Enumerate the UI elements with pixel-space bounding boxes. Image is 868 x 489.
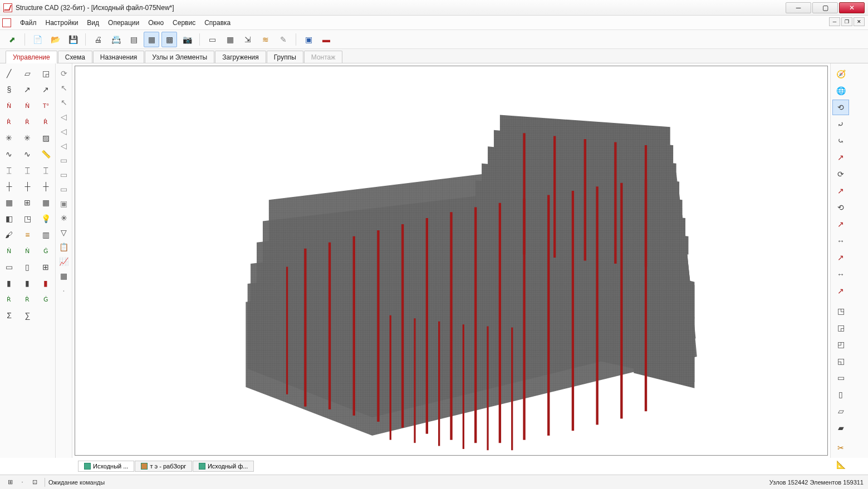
mdi-close-button[interactable]: ✕ xyxy=(854,17,865,26)
ltool-star2-icon[interactable]: ✳ xyxy=(19,130,35,146)
aux-clip-icon[interactable]: 📋 xyxy=(58,241,70,253)
aux-rect-icon[interactable]: ▭ xyxy=(58,155,70,166)
ltool-axis-r-icon[interactable]: Ṙ xyxy=(1,114,17,130)
aux-pointer-icon[interactable]: ↖ xyxy=(58,97,70,108)
close-button[interactable]: ✕ xyxy=(839,2,865,13)
ltool-grid2-icon[interactable]: ⊞ xyxy=(19,195,35,210)
aux-color-icon[interactable]: ▦ xyxy=(58,270,70,281)
tab-control[interactable]: Управление xyxy=(6,51,57,63)
model-canvas[interactable] xyxy=(75,66,828,456)
rtool-rotz-icon[interactable]: ⟳ xyxy=(832,166,849,182)
ltool-spring-icon[interactable]: § xyxy=(1,82,17,97)
rtool-persp-icon[interactable]: ▰ xyxy=(832,420,849,436)
ltool-stack-icon[interactable]: ≡ xyxy=(19,227,35,243)
ltool-sigma-icon[interactable]: Σ xyxy=(1,308,17,323)
rtool-orbit-icon[interactable]: 🧭 xyxy=(832,66,849,82)
aux-tri-icon[interactable]: ◁ xyxy=(58,111,70,122)
ltool-temp-icon[interactable]: T° xyxy=(38,98,53,113)
tab-scheme[interactable]: Схема xyxy=(58,51,92,63)
rtool-dim-icon[interactable]: ↔ xyxy=(832,233,849,249)
ltool-node-n2-icon[interactable]: Ṅ xyxy=(19,98,35,113)
tab-assembly[interactable]: Монтаж xyxy=(304,51,343,63)
toolbar-image-icon[interactable]: ▣ xyxy=(301,32,316,47)
ltool-select2-icon[interactable]: ▯ xyxy=(19,259,35,275)
ltool-curve2-icon[interactable]: ∿ xyxy=(19,146,35,162)
status-btn3-icon[interactable]: ⊡ xyxy=(29,477,40,487)
toolbar-grid-icon[interactable]: ▦ xyxy=(144,32,159,47)
aux-point-icon[interactable]: · xyxy=(58,285,70,296)
toolbar-paste-icon[interactable]: ✎ xyxy=(276,32,291,47)
aux-cursor-icon[interactable]: ↖ xyxy=(58,82,70,93)
mdi-restore-button[interactable]: ❐ xyxy=(841,17,852,26)
doc-tab-1[interactable]: т э - рабЗорг xyxy=(135,461,192,472)
menu-operations[interactable]: Операции xyxy=(104,17,144,28)
ltool-ruler-icon[interactable]: 📏 xyxy=(38,146,53,162)
ltool-node-g-icon[interactable]: Ṅ xyxy=(1,243,17,259)
ltool-brush-icon[interactable]: 🖌 xyxy=(1,227,17,243)
ltool-cross3-icon[interactable]: ┼ xyxy=(38,179,53,194)
ltool-axis-g2-icon[interactable]: Ṙ xyxy=(19,292,35,307)
rtool-rotz2-icon[interactable]: ⟲ xyxy=(832,200,849,215)
rtool-iso3-icon[interactable]: ◰ xyxy=(832,337,849,352)
status-btn2-icon[interactable]: · xyxy=(17,477,28,487)
ltool-cube-icon[interactable]: ◲ xyxy=(38,66,53,81)
toolbar-new-icon[interactable]: 📄 xyxy=(30,32,45,47)
menu-service[interactable]: Сервис xyxy=(168,17,200,28)
ltool-section2-icon[interactable]: ⌶ xyxy=(19,162,35,178)
ltool-grid3-icon[interactable]: ▦ xyxy=(38,195,53,210)
rtool-arrow3-icon[interactable]: ↗ xyxy=(832,216,849,232)
rtool-dim2-icon[interactable]: ↔ xyxy=(832,266,849,282)
toolbar-mesh-icon[interactable]: ▩ xyxy=(161,32,177,47)
ltool-bars-icon[interactable]: ▥ xyxy=(38,227,53,243)
rtool-roty-icon[interactable]: ⤿ xyxy=(832,133,849,149)
ltool-select-icon[interactable]: ▭ xyxy=(1,259,17,275)
ltool-axis-r3-icon[interactable]: Ṙ xyxy=(38,114,53,130)
ltool-cross-icon[interactable]: ┼ xyxy=(1,179,17,194)
rtool-arrow2-icon[interactable]: ↗ xyxy=(832,183,849,199)
menu-file[interactable]: Файл xyxy=(16,17,41,28)
menu-settings[interactable]: Настройки xyxy=(41,17,83,28)
rtool-arrow5-icon[interactable]: ↗ xyxy=(832,283,849,299)
aux-tri2-icon[interactable]: ◁ xyxy=(58,126,70,137)
ltool-star-icon[interactable]: ✳ xyxy=(1,130,17,146)
ltool-node-g3-icon[interactable]: Ǵ xyxy=(38,243,53,259)
ltool-curve-icon[interactable]: ∿ xyxy=(1,146,17,162)
ltool-axis-r2-icon[interactable]: Ṙ xyxy=(19,114,35,130)
toolbar-printsetup-icon[interactable]: 📇 xyxy=(108,32,124,47)
toolbar-export-icon[interactable]: ⇲ xyxy=(240,32,256,47)
ltool-node-n-icon[interactable]: Ṅ xyxy=(1,98,17,113)
rtool-globe-icon[interactable]: 🌐 xyxy=(832,83,849,98)
toolbar-delete-icon[interactable]: ▬ xyxy=(318,32,334,47)
ltool-bulb-icon[interactable]: 💡 xyxy=(38,211,53,226)
toolbar-save-icon[interactable]: 💾 xyxy=(65,32,81,47)
ltool-colorbar-icon[interactable]: ▮ xyxy=(1,275,17,291)
menu-view[interactable]: Вид xyxy=(82,17,104,28)
toolbar-camera-icon[interactable]: 📷 xyxy=(179,32,195,47)
rtool-side-icon[interactable]: ▯ xyxy=(832,387,849,402)
menu-window[interactable]: Окно xyxy=(144,17,168,28)
tab-loads[interactable]: Загружения xyxy=(215,51,266,63)
aux-tri3-icon[interactable]: ◁ xyxy=(58,140,70,151)
rtool-cut-icon[interactable]: ✂ xyxy=(832,440,849,456)
ltool-grid4-icon[interactable]: ⊞ xyxy=(38,259,53,275)
rtool-arrow-icon[interactable]: ↗ xyxy=(832,150,849,165)
ltool-plate-icon[interactable]: ▱ xyxy=(19,66,35,81)
toolbar-openfile-icon[interactable]: 📂 xyxy=(47,32,63,47)
ltool-section-icon[interactable]: ⌶ xyxy=(1,162,17,178)
toolbar-layers-icon[interactable]: ▤ xyxy=(126,32,141,47)
tab-assignments[interactable]: Назначения xyxy=(93,51,145,63)
ltool-arrow2-icon[interactable]: ↗ xyxy=(38,82,53,97)
rtool-axis-icon[interactable]: ⟲ xyxy=(832,100,849,115)
tab-nodes-elements[interactable]: Узлы и Элементы xyxy=(145,51,214,63)
rtool-front-icon[interactable]: ▭ xyxy=(832,370,849,386)
aux-refresh-icon[interactable]: ⟳ xyxy=(58,68,70,79)
ltool-cross2-icon[interactable]: ┼ xyxy=(19,179,35,194)
ltool-palette-icon[interactable]: ▮ xyxy=(19,275,35,291)
ltool-section3-icon[interactable]: ⌶ xyxy=(38,162,53,178)
aux-graph-icon[interactable]: 📈 xyxy=(58,256,70,267)
rtool-ruler-icon[interactable]: 📐 xyxy=(832,457,849,472)
aux-rect2-icon[interactable]: ▭ xyxy=(58,169,70,180)
ltool-arrow-icon[interactable]: ↗ xyxy=(19,82,35,97)
ltool-grid-icon[interactable]: ▦ xyxy=(1,195,17,210)
tab-groups[interactable]: Группы xyxy=(267,51,303,63)
